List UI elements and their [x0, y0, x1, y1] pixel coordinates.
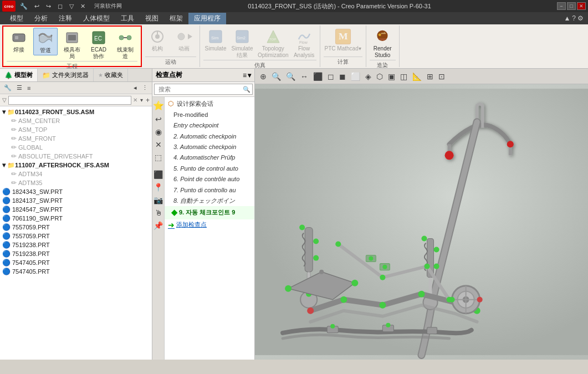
cp-entry[interactable]: Entry checkpoint: [165, 120, 254, 131]
menu-annotation[interactable]: 注释: [53, 13, 78, 24]
vt-zoom-in-btn[interactable]: 🔍: [270, 71, 283, 82]
tree-item-driveshaft[interactable]: ✏ ABSOLUTE_DRIVESHAFT: [0, 152, 152, 161]
render-icon-btn[interactable]: RenderStudio: [370, 27, 395, 60]
tree-item-7519238b[interactable]: 🔵 7519238.PRT: [0, 249, 152, 258]
menu-humanmodel[interactable]: 人体模型: [78, 13, 115, 24]
tree-item-asmfront[interactable]: ✏ ASM_FRONT: [0, 134, 152, 143]
tool-location-btn[interactable]: 📌: [152, 220, 164, 231]
vt-wire-btn[interactable]: ⬛: [311, 71, 324, 82]
tool-box2-btn[interactable]: ⬛: [152, 169, 164, 180]
cp-auto8[interactable]: 8. 自動チェックポイン: [165, 196, 254, 206]
flow-icon-btn[interactable]: Flow FlowAnalysis: [292, 27, 316, 60]
vt-shadeEdge-btn[interactable]: ◼: [338, 71, 347, 82]
tree-item-1824137[interactable]: 🔵 1824137_SW.PRT: [0, 196, 152, 205]
settings-btn[interactable]: ⚙: [577, 14, 584, 22]
tree-item-7547405a[interactable]: 🔵 7547405.PRT: [0, 258, 152, 267]
maximize-btn[interactable]: □: [567, 2, 576, 10]
close-quick-btn[interactable]: ✕: [78, 2, 88, 11]
ribbon-collapse-btn[interactable]: ▲: [564, 14, 570, 22]
pipe-icon-btn[interactable]: 管道: [33, 28, 58, 55]
help-btn[interactable]: ?: [572, 14, 576, 22]
tool-camera-btn[interactable]: 📷: [152, 194, 164, 206]
menu-model[interactable]: 模型: [4, 13, 29, 24]
checkpoint-dropdown-btn[interactable]: ▾: [248, 71, 251, 79]
tree-filter-input[interactable]: [8, 96, 131, 105]
mathcad-icon-btn[interactable]: M PTC Mathcad▾: [324, 27, 362, 53]
vt-shade-btn[interactable]: ◻: [326, 71, 336, 82]
tree-menu-btn[interactable]: ≡: [25, 84, 32, 92]
mechanism-icon-btn[interactable]: 机构: [145, 27, 170, 53]
mold-icon-btn[interactable]: 模具布局: [60, 28, 84, 61]
menu-tools[interactable]: 工具: [115, 13, 140, 24]
tree-more-btn[interactable]: ⋮: [140, 84, 150, 92]
vt-section-btn[interactable]: ⬡: [375, 71, 385, 82]
quick-access-btn[interactable]: 🔧: [18, 2, 30, 11]
simulate1-icon-btn[interactable]: Sim Simulate: [203, 27, 228, 53]
cp-premodified[interactable]: Pre-modified: [165, 110, 254, 120]
vt-zoom-out-btn[interactable]: 🔍: [284, 71, 297, 82]
tool-pin-btn[interactable]: 📍: [152, 182, 164, 193]
menu-view[interactable]: 视图: [140, 13, 164, 24]
vt-rotate-btn[interactable]: ↔: [299, 71, 310, 82]
window-btn[interactable]: ◻: [55, 2, 65, 11]
vt-persp-btn[interactable]: ◈: [364, 71, 373, 82]
tree-collapse-btn[interactable]: ◂: [132, 84, 139, 92]
tab-favorites[interactable]: ★ 收藏夹: [94, 69, 128, 81]
cp-auto7[interactable]: 7. Punto di controllo au: [165, 185, 254, 196]
menu-applications[interactable]: 应用程序: [188, 13, 226, 24]
minimize-btn[interactable]: −: [557, 2, 566, 10]
checkpoint-search-input[interactable]: [156, 85, 243, 94]
tree-item-aftershock[interactable]: ▾ 📁 111007_AFTERSHOCK_IFS.ASM: [0, 161, 152, 170]
vt-annotation-btn[interactable]: 📐: [411, 71, 423, 82]
animate-icon-btn[interactable]: 动画: [172, 27, 196, 53]
cp-auto2[interactable]: 2. Automatic checkpoin: [165, 131, 254, 142]
tree-item-asmtop[interactable]: ✏ ASM_TOP: [0, 125, 152, 134]
tool-star-btn[interactable]: ⭐: [152, 99, 165, 112]
vt-layers-btn[interactable]: ⊞: [425, 71, 435, 82]
vt-csys-btn[interactable]: ◫: [398, 71, 409, 82]
tree-item-7061190[interactable]: 🔵 7061190_SW.PRT: [0, 214, 152, 223]
tab-folderbrowser[interactable]: 📁 文件夹浏览器: [38, 69, 94, 81]
cable-icon-btn[interactable]: 线束制造: [113, 28, 137, 61]
undo-btn[interactable]: ↩: [32, 2, 42, 11]
tree-item-asmcenter[interactable]: ✏ ASM_CENTER: [0, 116, 152, 125]
tree-item-7557059a[interactable]: 🔵 7557059.PRT: [0, 223, 152, 232]
dropdown-btn[interactable]: ▽: [67, 2, 76, 11]
tree-settings-btn[interactable]: 🔧: [2, 84, 13, 92]
tool-cursor-btn[interactable]: 🖱: [154, 207, 163, 218]
3d-viewport[interactable]: [255, 84, 588, 360]
tree-item-adtm35[interactable]: ✏ ADTM35: [0, 178, 152, 187]
close-btn[interactable]: ✕: [577, 2, 586, 10]
tree-item-adtm34[interactable]: ✏ ADTM34: [0, 170, 152, 178]
redo-btn[interactable]: ↪: [44, 2, 53, 11]
topology-icon-btn[interactable]: TOP TopologyOptimization: [257, 27, 290, 60]
filter-dropdown-btn[interactable]: ▾: [140, 97, 143, 103]
checkpoint-menu-btn[interactable]: ≡: [243, 71, 247, 79]
tree-item-1824343[interactable]: 🔵 1824343_SW.PRT: [0, 187, 152, 196]
cp-auto3[interactable]: 3. Automatic checkpoin: [165, 142, 254, 152]
menu-analysis[interactable]: 分析: [29, 13, 53, 24]
tree-item-7547405b[interactable]: 🔵 7547405.PRT: [0, 267, 152, 276]
ecad-icon-btn[interactable]: EC ECAD协作: [86, 28, 111, 61]
cp-auto5[interactable]: 5. Punto de control auto: [165, 163, 254, 174]
cp-auto6[interactable]: 6. Point de contrôle auto: [165, 174, 254, 185]
tree-item-1824547[interactable]: 🔵 1824547_SW.PRT: [0, 205, 152, 214]
vt-datum-btn[interactable]: ▣: [386, 71, 397, 82]
tree-list-btn[interactable]: ☰: [15, 84, 24, 92]
weld-icon-btn[interactable]: 焊接: [7, 28, 31, 54]
tool-circle-btn[interactable]: ◉: [154, 126, 163, 137]
vt-hidden-btn[interactable]: ⬜: [349, 71, 362, 82]
vt-zoom-fit-btn[interactable]: ⊕: [258, 71, 268, 82]
tab-modeltree[interactable]: 🌲 模型树: [0, 69, 38, 81]
cp-auto4[interactable]: 4. Automatischer Prüfp: [165, 152, 254, 163]
tree-item-root[interactable]: ▾ 📁 0114023_FRONT_SUS.ASM: [0, 107, 152, 116]
tree-item-7557059b[interactable]: 🔵 7557059.PRT: [0, 232, 152, 240]
simulate2-icon-btn[interactable]: Sim2 Simulate结果: [230, 27, 254, 60]
cp-add-link[interactable]: ➜ 添加检查点: [165, 219, 254, 230]
tree-item-7519238a[interactable]: 🔵 7519238.PRT: [0, 240, 152, 249]
menu-framework[interactable]: 框架: [164, 13, 188, 24]
vt-display-btn[interactable]: ⊡: [437, 71, 447, 82]
tool-undo-btn[interactable]: ↩: [154, 114, 163, 125]
tool-box1-btn[interactable]: ⬚: [154, 152, 163, 163]
filter-clear-btn[interactable]: ✕: [133, 97, 137, 103]
